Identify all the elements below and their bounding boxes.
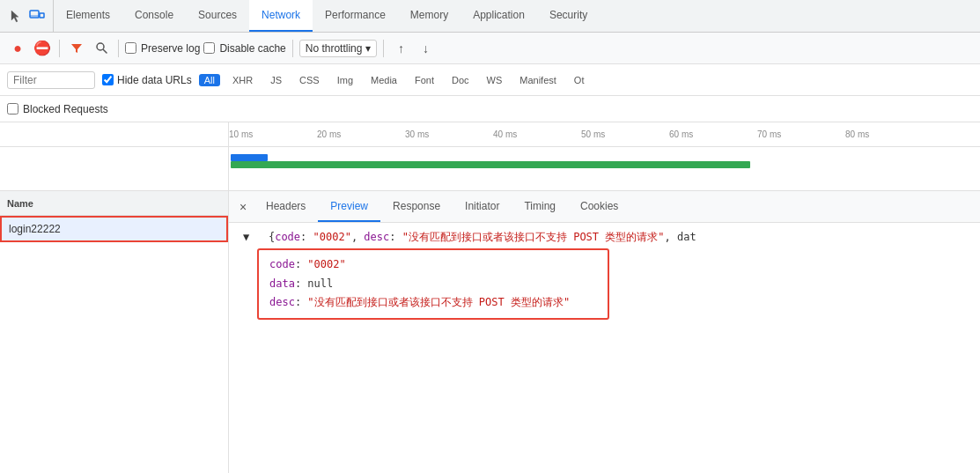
tab-sources[interactable]: Sources [186, 0, 249, 32]
toolbar-separator-2 [118, 40, 119, 57]
timeline-ticks: 10 ms 20 ms 30 ms 40 ms 50 ms 60 ms 70 m… [229, 122, 980, 146]
filter-type-other[interactable]: Ot [569, 74, 590, 86]
tab-security[interactable]: Security [537, 0, 600, 32]
svg-line-4 [103, 50, 107, 54]
preview-line-code: code: "0002" [269, 255, 597, 275]
tick-70ms: 70 ms [757, 129, 781, 139]
tick-50ms: 50 ms [581, 129, 605, 139]
filter-type-css[interactable]: CSS [294, 74, 325, 86]
blocked-bar: Blocked Requests [0, 96, 980, 122]
tick-40ms: 40 ms [493, 129, 517, 139]
preview-object: code: "0002" data: null desc: "没有匹配到接口或者… [257, 248, 609, 320]
tick-10ms: 10 ms [229, 129, 253, 139]
filter-type-doc[interactable]: Doc [446, 74, 475, 86]
tab-console[interactable]: Console [122, 0, 186, 32]
filter-type-manifest[interactable]: Manifest [514, 74, 562, 86]
request-list: Name login22222 [0, 191, 229, 473]
stop-button[interactable]: ⛔ [32, 38, 53, 59]
request-list-header: Name [0, 191, 228, 216]
disable-cache-label[interactable]: Disable cache [203, 42, 285, 55]
timeline-header: 10 ms 20 ms 30 ms 40 ms 50 ms 60 ms 70 m… [0, 122, 980, 147]
preserve-log-checkbox[interactable] [125, 42, 136, 54]
filter-type-media[interactable]: Media [365, 74, 402, 86]
detail-pane: × Headers Preview Response Initiator Tim… [229, 191, 980, 473]
detail-close-button[interactable]: × [232, 196, 254, 218]
toolbar-separator-1 [59, 40, 60, 57]
detail-tab-timing[interactable]: Timing [512, 191, 568, 222]
tab-bar: Elements Console Sources Network Perform… [0, 0, 980, 33]
filter-type-js[interactable]: JS [265, 74, 287, 86]
tab-performance[interactable]: Performance [313, 0, 398, 32]
timeline-bar-area [0, 147, 980, 191]
timeline-name-column [0, 122, 229, 146]
blocked-requests-checkbox[interactable] [7, 103, 18, 115]
svg-rect-1 [40, 13, 44, 18]
hide-data-urls-group: Hide data URLs [102, 74, 192, 86]
disable-cache-checkbox[interactable] [203, 42, 215, 54]
tick-60ms: 60 ms [669, 129, 693, 139]
filter-button[interactable] [66, 38, 87, 59]
filter-type-ws[interactable]: WS [482, 74, 508, 86]
svg-point-3 [97, 43, 104, 50]
tick-30ms: 30 ms [405, 129, 429, 139]
filter-type-img[interactable]: Img [332, 74, 358, 86]
tab-memory[interactable]: Memory [398, 0, 461, 32]
detail-tab-preview[interactable]: Preview [318, 191, 380, 222]
toolbar-separator-3 [292, 40, 293, 57]
chevron-down-icon: ▾ [365, 42, 371, 55]
filter-type-all[interactable]: All [199, 74, 220, 86]
hide-data-urls-checkbox[interactable] [102, 74, 114, 85]
record-button[interactable]: ● [7, 38, 28, 59]
timeline-bar-track [229, 147, 980, 190]
filter-input[interactable] [7, 71, 95, 89]
tick-20ms: 20 ms [317, 129, 341, 139]
filter-type-xhr[interactable]: XHR [227, 74, 258, 86]
network-toolbar: ● ⛔ Preserve log Disable cache No thrott… [0, 33, 980, 64]
preview-line-desc: desc: "没有匹配到接口或者该接口不支持 POST 类型的请求" [269, 293, 597, 313]
preserve-log-label[interactable]: Preserve log [125, 42, 200, 55]
detail-tab-cookies[interactable]: Cookies [568, 191, 630, 222]
throttling-select[interactable]: No throttling ▾ [299, 40, 378, 57]
preview-summary-line[interactable]: ▼ {code: "0002", desc: "没有匹配到接口或者该接口不支持 … [243, 230, 966, 245]
detail-tab-initiator[interactable]: Initiator [453, 191, 512, 222]
detail-tabs: × Headers Preview Response Initiator Tim… [229, 191, 980, 223]
device-icon[interactable] [28, 7, 46, 25]
svg-rect-0 [30, 11, 39, 18]
filter-bar: Hide data URLs All XHR JS CSS Img Media … [0, 64, 980, 96]
blocked-requests-label[interactable]: Blocked Requests [7, 103, 108, 115]
detail-tab-response[interactable]: Response [380, 191, 453, 222]
preview-line-data: data: null [269, 275, 597, 294]
tick-80ms: 80 ms [845, 129, 869, 139]
cursor-icon[interactable] [7, 7, 25, 25]
bar-green [231, 161, 750, 168]
tab-network[interactable]: Network [249, 0, 313, 32]
filter-type-font[interactable]: Font [409, 74, 439, 86]
preview-content: ▼ {code: "0002", desc: "没有匹配到接口或者该接口不支持 … [229, 223, 980, 473]
expand-arrow[interactable]: ▼ [243, 231, 249, 243]
toolbar-separator-4 [383, 40, 384, 57]
tab-elements[interactable]: Elements [54, 0, 122, 32]
upload-button[interactable]: ↑ [390, 38, 411, 59]
bar-blue [231, 154, 268, 161]
search-button[interactable] [91, 38, 112, 59]
request-item[interactable]: login22222 [0, 216, 228, 242]
split-pane: Name login22222 × Headers Preview Respon… [0, 191, 980, 473]
timeline-bar-name-col [0, 147, 229, 190]
devtools-icons [0, 0, 54, 32]
tab-application[interactable]: Application [461, 0, 537, 32]
detail-tab-headers[interactable]: Headers [254, 191, 318, 222]
download-button[interactable]: ↓ [415, 38, 436, 59]
